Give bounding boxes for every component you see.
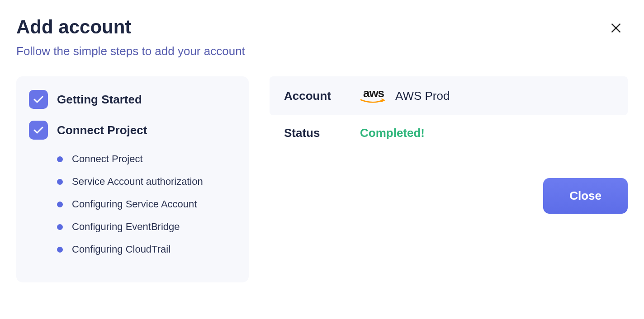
substep-label: Service Account authorization: [72, 176, 203, 188]
account-label: Account: [284, 89, 360, 103]
substep-item[interactable]: Configuring EventBridge: [57, 221, 236, 233]
substep-item[interactable]: Configuring Service Account: [57, 198, 236, 210]
step-getting-started[interactable]: Getting Started: [29, 90, 236, 109]
step-label: Connect Project: [57, 123, 147, 137]
substep-label: Configuring Service Account: [72, 198, 197, 210]
aws-logo-icon: aws: [360, 87, 387, 104]
bullet-icon: [57, 202, 63, 207]
status-label: Status: [284, 126, 360, 140]
page-subtitle: Follow the simple steps to add your acco…: [16, 44, 628, 58]
step-connect-project[interactable]: Connect Project: [29, 121, 236, 140]
steps-sidebar: Getting Started Connect Project Connect …: [16, 76, 249, 282]
account-value: aws AWS Prod: [360, 87, 450, 104]
substep-list: Connect Project Service Account authoriz…: [57, 153, 236, 255]
substep-label: Configuring EventBridge: [72, 221, 180, 233]
status-row: Status Completed!: [270, 115, 628, 151]
check-icon: [29, 90, 48, 109]
substep-item[interactable]: Connect Project: [57, 153, 236, 165]
account-name: AWS Prod: [395, 89, 450, 103]
page-title: Add account: [16, 16, 628, 38]
check-icon: [29, 121, 48, 140]
main-panel: Account aws AWS Prod Status Completed! C…: [270, 76, 628, 282]
modal-header: Add account Follow the simple steps to a…: [16, 16, 628, 58]
close-button[interactable]: Close: [543, 178, 628, 214]
bullet-icon: [57, 224, 63, 230]
bullet-icon: [57, 179, 63, 185]
bullet-icon: [57, 247, 63, 253]
close-icon[interactable]: [609, 21, 623, 35]
substep-label: Connect Project: [72, 153, 143, 165]
bullet-icon: [57, 156, 63, 162]
substep-item[interactable]: Service Account authorization: [57, 176, 236, 188]
substep-label: Configuring CloudTrail: [72, 244, 170, 255]
substep-item[interactable]: Configuring CloudTrail: [57, 244, 236, 255]
account-row: Account aws AWS Prod: [270, 76, 628, 115]
status-value: Completed!: [360, 126, 425, 140]
step-label: Getting Started: [57, 93, 142, 107]
